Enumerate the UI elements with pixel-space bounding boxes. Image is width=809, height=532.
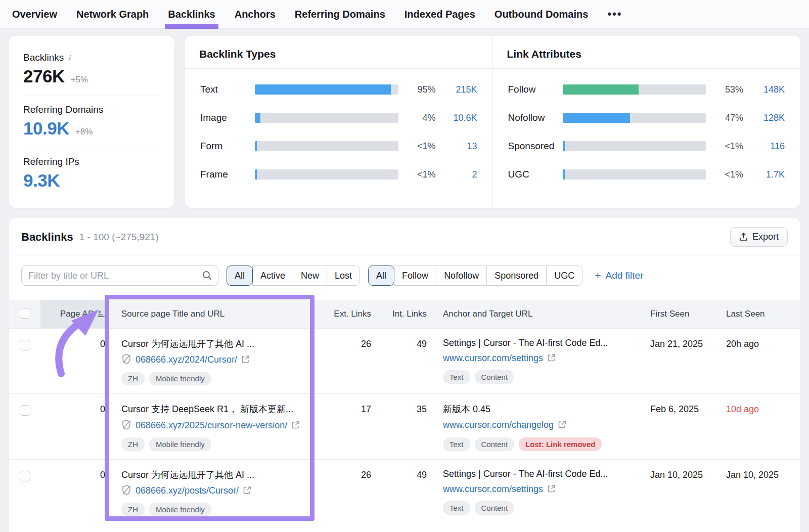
last-seen-value: Jan 10, 2025	[712, 469, 800, 480]
bar-row-follow: Follow 53% 148K	[508, 84, 785, 95]
summary-cards-row: Backlinks i 276K +5% Referring Domains 1…	[9, 36, 800, 208]
count-link[interactable]: 128K	[751, 113, 785, 123]
bar-fill	[563, 141, 565, 151]
bar-track	[255, 113, 398, 123]
bar-track	[255, 141, 398, 151]
bar-row-text: Text 95% 215K	[200, 84, 477, 95]
sort-icon[interactable]	[98, 311, 105, 318]
metric-backlinks-value: 276K	[23, 66, 65, 86]
info-icon[interactable]: i	[69, 54, 71, 62]
placement-badge: Content	[475, 501, 515, 515]
source-title: Cursor 为何远远甩开了其他 AI ...	[121, 469, 317, 481]
metric-refdomains-delta: +8%	[75, 127, 93, 137]
tab-network-graph[interactable]: Network Graph	[76, 0, 149, 29]
target-url-link[interactable]: www.cursor.com/settings	[443, 483, 543, 496]
source-url-link[interactable]: 068666.xyz/posts/Cursor/	[136, 484, 239, 497]
search-icon[interactable]	[202, 270, 212, 281]
column-anchor[interactable]: Anchor and Target URL	[429, 300, 641, 328]
tab-anchors[interactable]: Anchors	[235, 0, 276, 29]
column-int-links[interactable]: Int. Links	[373, 300, 429, 328]
select-all-checkbox[interactable]	[20, 308, 30, 319]
bar-row-nofollow: Nofollow 47% 128K	[508, 112, 785, 123]
metric-backlinks: Backlinks i 276K +5%	[23, 49, 160, 96]
count-link[interactable]: 2	[444, 169, 477, 180]
backlinks-table-card: Backlinks 1 - 100 (~275,921) Export All …	[9, 218, 800, 532]
attr-filter-follow[interactable]: Follow	[394, 265, 436, 286]
tab-referring-domains[interactable]: Referring Domains	[295, 0, 385, 29]
bar-row-sponsored: Sponsored <1% 116	[508, 141, 785, 152]
ext-links-value: 26	[325, 338, 373, 349]
bar-fill	[563, 84, 639, 95]
export-button[interactable]: Export	[730, 227, 788, 247]
status-filter-lost[interactable]: Lost	[327, 265, 360, 286]
add-filter-button[interactable]: + Add filter	[595, 270, 643, 282]
first-seen-value: Jan 21, 2025	[641, 338, 712, 349]
column-source[interactable]: Source page Title and URL	[109, 300, 325, 328]
column-ext-links[interactable]: Ext. Links	[325, 300, 373, 328]
tab-indexed-pages[interactable]: Indexed Pages	[404, 0, 475, 29]
bar-row-image: Image 4% 10.6K	[200, 112, 477, 123]
metric-backlinks-label: Backlinks	[23, 52, 64, 63]
external-link-icon[interactable]	[547, 484, 556, 493]
row-checkbox[interactable]	[20, 405, 30, 416]
status-filter-new[interactable]: New	[293, 265, 327, 286]
language-badge: ZH	[121, 503, 145, 516]
row-checkbox[interactable]	[20, 340, 30, 350]
metric-refips-label: Referring IPs	[23, 156, 79, 167]
bar-track	[255, 84, 398, 95]
external-link-icon[interactable]	[241, 355, 250, 364]
external-link-icon[interactable]	[291, 421, 300, 429]
count-link[interactable]: 215K	[444, 84, 477, 95]
column-first-seen[interactable]: First Seen	[641, 300, 712, 328]
status-filter-active[interactable]: Active	[252, 265, 293, 286]
link-attributes-panel: Link Attributes Follow 53% 148K Nofollow…	[492, 36, 800, 208]
column-last-seen[interactable]: Last Seen	[712, 300, 800, 328]
source-url-link[interactable]: 068666.xyz/2024/Cursor/	[136, 353, 237, 366]
count-link[interactable]: 116	[751, 141, 785, 152]
bar-fill	[255, 141, 257, 151]
count-link[interactable]: 10.6K	[444, 113, 477, 123]
attr-filter-sponsored[interactable]: Sponsored	[486, 265, 547, 286]
tab-overview[interactable]: Overview	[12, 0, 57, 29]
row-checkbox[interactable]	[20, 471, 30, 481]
int-links-value: 49	[373, 338, 429, 349]
external-link-icon[interactable]	[243, 486, 251, 495]
top-navigation: Overview Network Graph Backlinks Anchors…	[0, 0, 809, 29]
column-page-as[interactable]: Page AS	[40, 300, 109, 328]
active-tab-underline	[165, 24, 218, 29]
shield-slash-icon	[121, 484, 131, 496]
bar-fill	[255, 84, 391, 95]
source-url-link[interactable]: 068666.xyz/2025/cursor-new-version/	[136, 419, 287, 432]
count-link[interactable]: 1.7K	[751, 169, 785, 180]
count-link[interactable]: 13	[444, 141, 477, 152]
more-tabs-icon[interactable]: •••	[607, 8, 622, 21]
external-link-icon[interactable]	[547, 353, 556, 362]
bar-track	[563, 113, 706, 123]
count-link[interactable]: 148K	[751, 84, 785, 95]
metric-refips-value[interactable]: 9.3K	[23, 170, 60, 191]
attr-filter-nofollow[interactable]: Nofollow	[436, 265, 487, 286]
table-card-header: Backlinks 1 - 100 (~275,921) Export	[9, 218, 800, 255]
backlink-types-panel: Backlink Types Text 95% 215K Image 4% 10…	[185, 36, 492, 208]
source-title: Cursor 为何远远甩开了其他 AI ...	[121, 338, 317, 350]
bar-row-form: Form <1% 13	[200, 141, 477, 152]
metric-backlinks-delta: +5%	[71, 75, 88, 85]
page-as-value: 0	[40, 338, 109, 349]
ext-links-value: 26	[325, 469, 373, 480]
metric-refdomains-label: Referring Domains	[23, 104, 103, 115]
target-url-link[interactable]: www.cursor.com/settings	[443, 352, 543, 365]
tab-outbound-domains[interactable]: Outbound Domains	[495, 0, 589, 29]
bar-fill	[255, 113, 260, 123]
search-input[interactable]	[21, 265, 218, 286]
int-links-value: 49	[373, 469, 429, 480]
external-link-icon[interactable]	[558, 420, 566, 429]
lost-link-badge: Lost: Link removed	[519, 437, 602, 451]
tab-backlinks[interactable]: Backlinks	[168, 0, 215, 29]
attr-filter-ugc[interactable]: UGC	[546, 265, 582, 286]
table-row: 0 Cursor 为何远远甩开了其他 AI ... 068666.xyz/202…	[9, 328, 800, 393]
metric-refdomains-value[interactable]: 10.9K	[23, 118, 69, 139]
anchor-text: 新版本 0.45	[443, 403, 634, 415]
attr-filter-all[interactable]: All	[368, 265, 394, 286]
status-filter-all[interactable]: All	[227, 265, 253, 286]
target-url-link[interactable]: www.cursor.com/changelog	[443, 419, 554, 431]
